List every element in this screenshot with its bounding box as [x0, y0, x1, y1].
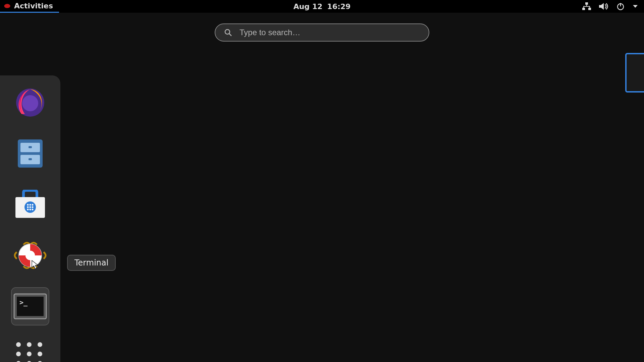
clock-time: 16:29 — [327, 2, 351, 11]
activities-button[interactable]: Activities — [0, 0, 59, 13]
svg-point-28 — [25, 251, 35, 260]
distro-branding: Red Hat Enterprise Linux — [473, 321, 621, 349]
chevron-down-icon — [633, 4, 638, 8]
svg-text:>_: >_ — [19, 298, 28, 306]
svg-point-18 — [30, 204, 31, 206]
power-icon — [616, 2, 625, 10]
svg-rect-14 — [29, 158, 32, 160]
dash-app-software[interactable] — [12, 186, 49, 223]
dash-app-firefox[interactable] — [12, 84, 49, 121]
svg-point-23 — [27, 209, 29, 210]
wallpaper-emblem — [272, 121, 372, 242]
brand-line-2: Enterprise Linux — [511, 335, 621, 349]
desktop-wallpaper: Red Hat Enterprise Linux — [0, 13, 644, 362]
svg-point-19 — [32, 204, 34, 206]
dash-app-help[interactable] — [12, 237, 49, 274]
svg-point-17 — [27, 204, 29, 206]
svg-point-24 — [30, 209, 31, 210]
redhat-menu-icon — [3, 2, 11, 10]
activities-label: Activities — [14, 2, 53, 10]
software-icon — [14, 190, 46, 219]
help-icon — [12, 241, 48, 270]
svg-point-21 — [30, 206, 31, 208]
svg-point-9 — [22, 95, 38, 111]
clock-button[interactable]: Aug 12 16:29 — [293, 0, 351, 13]
svg-point-22 — [32, 206, 34, 208]
volume-icon — [599, 2, 608, 10]
brand-line-1: Red Hat — [511, 321, 621, 335]
terminal-icon: >_ — [13, 293, 47, 319]
workspace-thumbnail-current[interactable] — [625, 53, 644, 93]
overview-search[interactable] — [215, 23, 429, 42]
svg-rect-13 — [29, 146, 32, 148]
search-input[interactable] — [239, 28, 420, 37]
network-wired-icon — [582, 2, 591, 10]
dash-app-files[interactable] — [12, 135, 49, 172]
clock-date: Aug 12 — [293, 2, 323, 11]
system-status-area[interactable] — [582, 0, 644, 13]
svg-point-6 — [225, 29, 230, 34]
svg-rect-3 — [588, 8, 591, 10]
svg-point-20 — [27, 206, 29, 208]
dash-tooltip: Terminal — [67, 255, 116, 271]
svg-rect-2 — [582, 8, 585, 10]
dash: >_ — [0, 75, 60, 362]
top-panel: Activities Aug 12 16:29 — [0, 0, 644, 13]
svg-line-7 — [229, 34, 231, 36]
svg-rect-1 — [585, 2, 588, 5]
firefox-icon — [15, 87, 46, 118]
svg-point-0 — [478, 328, 497, 335]
files-icon — [16, 138, 45, 169]
show-applications-button[interactable] — [16, 342, 44, 362]
svg-point-25 — [32, 209, 34, 210]
redhat-fedora-icon — [473, 324, 502, 345]
dash-app-terminal[interactable]: >_ — [12, 288, 49, 325]
search-icon — [224, 28, 232, 37]
